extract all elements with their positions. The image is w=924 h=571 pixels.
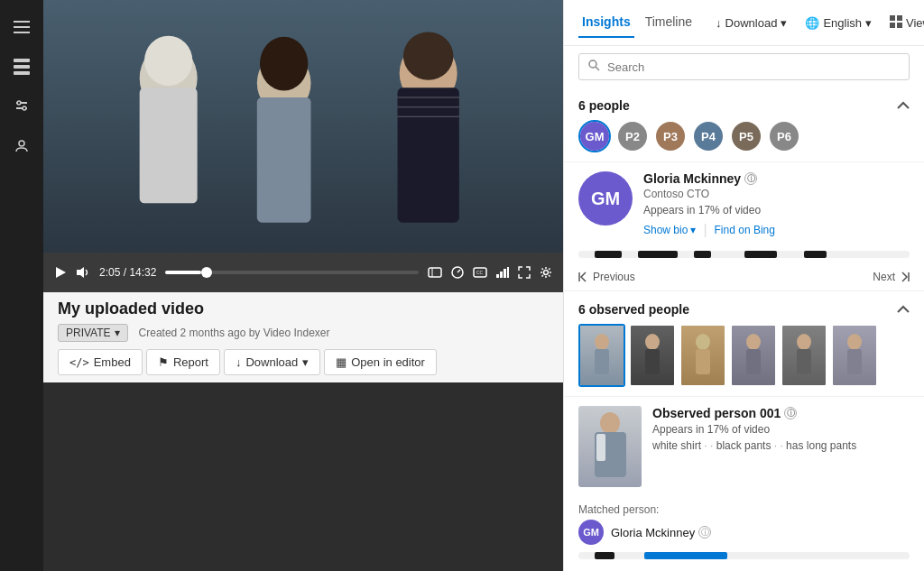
settings-button[interactable] (540, 266, 552, 279)
menu-icon[interactable] (5, 11, 38, 43)
caption-button[interactable]: CC (473, 267, 487, 278)
observed-timeline (564, 548, 924, 568)
progress-bar[interactable] (165, 271, 419, 274)
observed-timeline-bar[interactable] (578, 552, 910, 559)
avatar-6[interactable]: P6 (768, 120, 800, 152)
next-person-button[interactable]: Next (873, 271, 910, 283)
svg-rect-5 (14, 71, 30, 75)
avatar-4[interactable]: P4 (692, 120, 725, 152)
insights-tab[interactable]: Insights (578, 7, 634, 38)
sidebar (0, 0, 43, 571)
svg-rect-54 (797, 349, 811, 374)
svg-marker-24 (56, 267, 66, 278)
person-info: Gloria Mckinney ⓘ Contoso CTO Appears in… (643, 171, 910, 238)
lang-dropdown-icon: ▾ (865, 16, 872, 30)
volume-button[interactable] (76, 266, 90, 279)
account-icon[interactable] (5, 130, 38, 162)
dropdown-icon: ▾ (781, 16, 787, 30)
main-content: 2:05 / 14:32 CC (43, 0, 563, 571)
avatar-3[interactable]: P3 (654, 120, 687, 152)
svg-rect-39 (890, 23, 895, 28)
matched-label: Matched person: (578, 503, 910, 516)
matched-person-section: Matched person: GM Gloria Mckinney ⓘ (564, 496, 924, 548)
observed-collapse-button[interactable] (897, 302, 910, 317)
obs-photo-4[interactable] (730, 324, 777, 387)
find-on-bing-button[interactable]: Find on Bing (715, 224, 775, 236)
download-toolbar-icon: ↓ (716, 16, 722, 30)
search-bar[interactable] (578, 53, 910, 80)
video-scene (43, 0, 563, 253)
view-button[interactable]: View ▾ (884, 12, 924, 34)
svg-point-49 (696, 334, 710, 350)
avatar-5[interactable]: P5 (730, 120, 762, 152)
svg-point-23 (144, 36, 192, 86)
matched-info-icon[interactable]: ⓘ (698, 526, 711, 539)
expand-button[interactable] (518, 266, 531, 279)
tl-segment-5 (804, 251, 827, 258)
svg-rect-48 (645, 349, 660, 374)
obs-photo-2[interactable] (629, 324, 676, 387)
svg-rect-13 (140, 87, 198, 203)
report-button[interactable]: ⚑ Report (146, 349, 220, 375)
show-bio-button[interactable]: Show bio ▾ (643, 224, 696, 236)
embed-button[interactable]: </> Embed (58, 349, 143, 375)
svg-rect-37 (890, 15, 895, 21)
privacy-badge[interactable]: PRIVATE ▾ (58, 324, 128, 342)
svg-point-9 (23, 106, 26, 110)
video-area[interactable] (43, 0, 563, 253)
svg-rect-1 (14, 26, 30, 28)
tl-segment-1 (595, 251, 621, 258)
people-collapse-button[interactable] (897, 98, 910, 113)
svg-rect-26 (429, 268, 441, 277)
quality-button[interactable] (496, 267, 509, 278)
svg-rect-50 (696, 349, 710, 374)
obs-photo-1[interactable] (578, 324, 625, 387)
download-icon: ↓ (236, 355, 242, 369)
matched-person: GM Gloria Mckinney ⓘ (578, 520, 910, 545)
globe-icon: 🌐 (805, 16, 819, 30)
svg-rect-17 (398, 87, 459, 222)
right-panel: Insights Timeline ↓ Download ▾ 🌐 English… (563, 0, 924, 571)
obs-photo-5[interactable] (781, 324, 827, 387)
chapters-button[interactable] (428, 266, 442, 279)
avatar-2[interactable]: P2 (616, 120, 649, 152)
observed-person-card: Observed person 001 ⓘ Appears in 17% of … (564, 396, 924, 496)
timeline-bar[interactable] (578, 251, 910, 258)
avatar-1[interactable]: GM (578, 120, 611, 152)
speed-button[interactable] (451, 266, 464, 279)
tag-long-pants: has long pants (786, 439, 856, 452)
svg-rect-33 (500, 272, 503, 278)
svg-rect-40 (897, 23, 902, 28)
video-container: 2:05 / 14:32 CC (43, 0, 563, 289)
svg-rect-52 (746, 349, 761, 374)
svg-rect-56 (847, 349, 862, 374)
obs-person-info-icon[interactable]: ⓘ (784, 407, 797, 419)
tag-black-pants: black pants (716, 439, 781, 452)
open-editor-button[interactable]: ▦ Open in editor (324, 349, 437, 375)
top-bar: Insights Timeline ↓ Download ▾ 🌐 English… (564, 0, 924, 46)
timeline-tab[interactable]: Timeline (642, 7, 696, 38)
svg-point-41 (589, 60, 596, 68)
progress-fill (165, 271, 200, 274)
filter-icon[interactable] (5, 90, 38, 123)
svg-rect-35 (507, 267, 509, 278)
obs-photo-3[interactable] (679, 324, 726, 387)
video-library-icon[interactable] (5, 51, 38, 83)
dropdown-arrow-icon: ▾ (302, 355, 309, 369)
tl-segment-3 (694, 251, 710, 258)
download-button[interactable]: ↓ Download ▾ (224, 349, 320, 375)
obs-photo-6[interactable] (831, 324, 878, 387)
bio-chevron-icon: ▾ (690, 224, 696, 236)
svg-marker-25 (77, 267, 84, 278)
play-button[interactable] (54, 266, 67, 279)
svg-point-10 (19, 141, 24, 146)
person-appears: Appears in 17% of video (643, 204, 910, 216)
svg-point-53 (797, 334, 811, 350)
download-toolbar-button[interactable]: ↓ Download ▾ (710, 13, 792, 33)
person-info-icon[interactable]: ⓘ (744, 172, 757, 185)
search-input[interactable] (607, 60, 900, 74)
previous-person-button[interactable]: Previous (578, 271, 635, 283)
language-button[interactable]: 🌐 English ▾ (799, 13, 877, 33)
progress-thumb (201, 267, 212, 278)
svg-point-21 (260, 37, 308, 91)
